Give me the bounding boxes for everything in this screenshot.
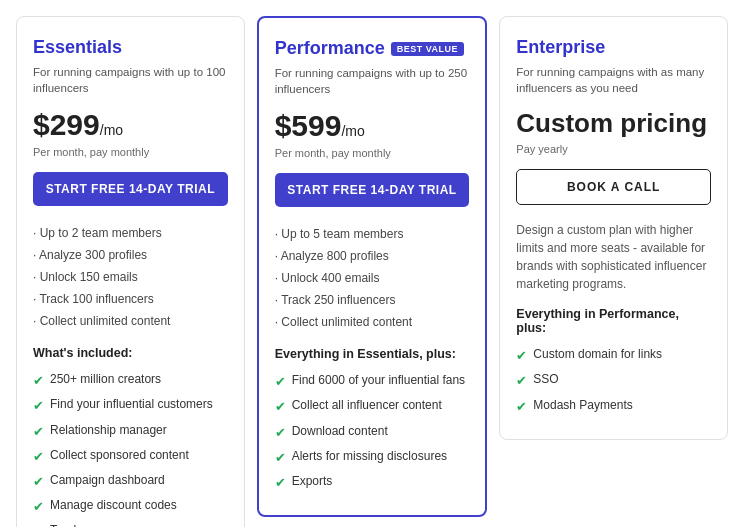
- bullet-feature-performance-0: Up to 5 team members: [275, 223, 470, 245]
- section-label-essentials: What's included:: [33, 346, 228, 360]
- check-feature-essentials-5: ✔ Manage discount codes: [33, 494, 228, 519]
- bullet-feature-essentials-4: Collect unlimited content: [33, 310, 228, 332]
- bullet-feature-essentials-1: Analyze 300 profiles: [33, 244, 228, 266]
- check-feature-performance-2: ✔ Download content: [275, 420, 470, 445]
- plan-subtitle-enterprise: For running campaigns with as many influ…: [516, 64, 711, 96]
- plan-title-performance: PerformanceBEST VALUE: [275, 38, 470, 59]
- check-feature-enterprise-1: ✔ SSO: [516, 368, 711, 393]
- check-feature-label-performance-3: Alerts for missing disclosures: [292, 448, 447, 465]
- check-icon-essentials-3: ✔: [33, 448, 44, 466]
- bullet-feature-essentials-3: Track 100 influencers: [33, 288, 228, 310]
- plans-container: EssentialsFor running campaigns with up …: [16, 16, 728, 527]
- check-icon-performance-2: ✔: [275, 424, 286, 442]
- plan-badge-performance: BEST VALUE: [391, 42, 464, 56]
- section-label-enterprise: Everything in Performance, plus:: [516, 307, 711, 335]
- plan-amount-essentials: $299: [33, 108, 100, 141]
- check-feature-label-essentials-0: 250+ million creators: [50, 371, 161, 388]
- check-feature-performance-1: ✔ Collect all influencer content: [275, 394, 470, 419]
- check-feature-label-essentials-2: Relationship manager: [50, 422, 167, 439]
- check-feature-essentials-6: ✔ Track revenue: [33, 519, 228, 527]
- check-feature-label-performance-2: Download content: [292, 423, 388, 440]
- check-icon-essentials-5: ✔: [33, 498, 44, 516]
- plan-card-enterprise: EnterpriseFor running campaigns with as …: [499, 16, 728, 440]
- check-feature-performance-3: ✔ Alerts for missing disclosures: [275, 445, 470, 470]
- check-feature-label-performance-1: Collect all influencer content: [292, 397, 442, 414]
- check-features-essentials: ✔ 250+ million creators ✔ Find your infl…: [33, 368, 228, 527]
- check-feature-enterprise-0: ✔ Custom domain for links: [516, 343, 711, 368]
- cta-button-essentials[interactable]: START FREE 14-DAY TRIAL: [33, 172, 228, 206]
- check-icon-essentials-6: ✔: [33, 523, 44, 527]
- plan-period-essentials: /mo: [100, 122, 123, 138]
- check-icon-enterprise-1: ✔: [516, 372, 527, 390]
- check-icon-essentials-1: ✔: [33, 397, 44, 415]
- bullet-feature-performance-1: Analyze 800 profiles: [275, 245, 470, 267]
- pay-yearly-enterprise: Pay yearly: [516, 143, 711, 155]
- plan-period-performance: /mo: [341, 123, 364, 139]
- check-feature-label-essentials-3: Collect sponsored content: [50, 447, 189, 464]
- plan-card-essentials: EssentialsFor running campaigns with up …: [16, 16, 245, 527]
- enterprise-desc: Design a custom plan with higher limits …: [516, 221, 711, 293]
- section-label-performance: Everything in Essentials, plus:: [275, 347, 470, 361]
- check-icon-essentials-4: ✔: [33, 473, 44, 491]
- check-feature-label-enterprise-0: Custom domain for links: [533, 346, 662, 363]
- check-feature-label-essentials-4: Campaign dashboard: [50, 472, 165, 489]
- check-feature-enterprise-2: ✔ Modash Payments: [516, 394, 711, 419]
- plan-billing-essentials: Per month, pay monthly: [33, 146, 228, 158]
- check-feature-label-enterprise-2: Modash Payments: [533, 397, 632, 414]
- plan-price-essentials: $299/mo: [33, 108, 228, 142]
- plan-title-enterprise: Enterprise: [516, 37, 711, 58]
- check-feature-essentials-2: ✔ Relationship manager: [33, 419, 228, 444]
- check-feature-essentials-0: ✔ 250+ million creators: [33, 368, 228, 393]
- check-feature-performance-4: ✔ Exports: [275, 470, 470, 495]
- check-feature-label-essentials-1: Find your influential customers: [50, 396, 213, 413]
- plan-price-performance: $599/mo: [275, 109, 470, 143]
- bullet-feature-essentials-0: Up to 2 team members: [33, 222, 228, 244]
- bullet-feature-essentials-2: Unlock 150 emails: [33, 266, 228, 288]
- check-feature-label-performance-4: Exports: [292, 473, 333, 490]
- check-icon-essentials-0: ✔: [33, 372, 44, 390]
- check-icon-enterprise-0: ✔: [516, 347, 527, 365]
- check-icon-essentials-2: ✔: [33, 423, 44, 441]
- check-feature-label-essentials-6: Track revenue: [50, 522, 126, 527]
- plan-billing-performance: Per month, pay monthly: [275, 147, 470, 159]
- custom-pricing-enterprise: Custom pricing: [516, 108, 711, 139]
- check-feature-essentials-1: ✔ Find your influential customers: [33, 393, 228, 418]
- bullet-feature-performance-2: Unlock 400 emails: [275, 267, 470, 289]
- bullet-feature-performance-4: Collect unlimited content: [275, 311, 470, 333]
- check-feature-essentials-3: ✔ Collect sponsored content: [33, 444, 228, 469]
- bullet-features-essentials: Up to 2 team membersAnalyze 300 profiles…: [33, 222, 228, 332]
- check-features-performance: ✔ Find 6000 of your influential fans ✔ C…: [275, 369, 470, 495]
- check-icon-performance-1: ✔: [275, 398, 286, 416]
- check-features-enterprise: ✔ Custom domain for links ✔ SSO ✔ Modash…: [516, 343, 711, 419]
- plan-card-performance: PerformanceBEST VALUEFor running campaig…: [257, 16, 488, 517]
- bullet-features-performance: Up to 5 team membersAnalyze 800 profiles…: [275, 223, 470, 333]
- check-icon-performance-0: ✔: [275, 373, 286, 391]
- check-icon-enterprise-2: ✔: [516, 398, 527, 416]
- bullet-feature-performance-3: Track 250 influencers: [275, 289, 470, 311]
- plan-title-essentials: Essentials: [33, 37, 228, 58]
- cta-button-enterprise[interactable]: BOOK A CALL: [516, 169, 711, 205]
- check-feature-essentials-4: ✔ Campaign dashboard: [33, 469, 228, 494]
- plan-subtitle-performance: For running campaigns with up to 250 inf…: [275, 65, 470, 97]
- check-icon-performance-3: ✔: [275, 449, 286, 467]
- check-feature-label-enterprise-1: SSO: [533, 371, 558, 388]
- check-feature-performance-0: ✔ Find 6000 of your influential fans: [275, 369, 470, 394]
- check-feature-label-performance-0: Find 6000 of your influential fans: [292, 372, 465, 389]
- check-icon-performance-4: ✔: [275, 474, 286, 492]
- plan-subtitle-essentials: For running campaigns with up to 100 inf…: [33, 64, 228, 96]
- cta-button-performance[interactable]: START FREE 14-DAY TRIAL: [275, 173, 470, 207]
- check-feature-label-essentials-5: Manage discount codes: [50, 497, 177, 514]
- plan-amount-performance: $599: [275, 109, 342, 142]
